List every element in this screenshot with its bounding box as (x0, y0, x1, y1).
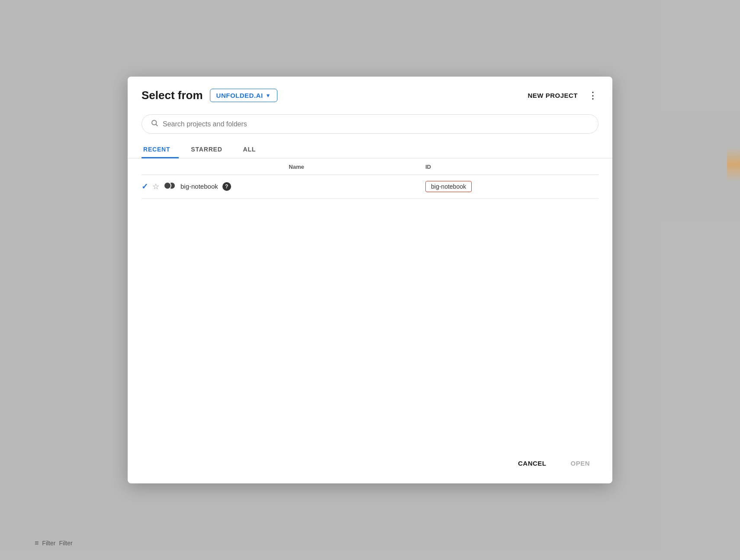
source-dropdown-button[interactable]: UNFOLDED.AI ▼ (210, 89, 277, 102)
tab-all[interactable]: ALL (241, 141, 265, 158)
check-icon: ✓ (142, 182, 148, 191)
col-name-header: Name (142, 164, 425, 170)
new-project-button[interactable]: NEW PROJECT (528, 92, 578, 99)
filter-icon: ≡ (35, 539, 39, 547)
filter-text: Filter (42, 540, 55, 547)
project-name: big-notebook (180, 183, 218, 190)
search-section (128, 111, 612, 141)
tab-recent[interactable]: RECENT (142, 141, 179, 158)
source-dropdown-label: UNFOLDED.AI (216, 92, 263, 99)
row-name-area: big-notebook ? (176, 182, 425, 191)
row-actions: ✓ ☆ (142, 182, 176, 191)
more-options-button[interactable]: ⋮ (588, 91, 598, 100)
person-dot-1 (164, 182, 171, 190)
modal-title: Select from (142, 89, 203, 102)
background-app-hint: ≡ Filter Filter (35, 539, 73, 547)
star-icon[interactable]: ☆ (152, 182, 159, 191)
header-left: Select from UNFOLDED.AI ▼ (142, 89, 277, 102)
tab-starred[interactable]: STARRED (189, 141, 231, 158)
chart-decoration (727, 147, 740, 182)
project-id-badge: big-notebook (425, 181, 472, 192)
select-project-modal: Select from UNFOLDED.AI ▼ NEW PROJECT ⋮ … (128, 77, 612, 483)
open-button[interactable]: OPEN (562, 455, 598, 471)
filter-input-hint: Filter (59, 540, 72, 547)
cancel-button[interactable]: CANCEL (509, 455, 555, 471)
help-icon[interactable]: ? (222, 182, 231, 191)
search-bar (142, 114, 598, 134)
table-section: Name ID ✓ ☆ big-notebook ? big-notebook (128, 158, 612, 323)
modal-header: Select from UNFOLDED.AI ▼ NEW PROJECT ⋮ (128, 77, 612, 111)
search-icon (151, 119, 158, 129)
header-right: NEW PROJECT ⋮ (528, 91, 598, 100)
tabs-section: RECENT STARRED ALL (128, 141, 612, 158)
content-spacer (128, 322, 612, 447)
chevron-down-icon: ▼ (266, 93, 271, 99)
table-row[interactable]: ✓ ☆ big-notebook ? big-notebook (142, 175, 598, 199)
shared-icon (164, 182, 177, 191)
modal-footer: CANCEL OPEN (128, 447, 612, 483)
col-id-header: ID (425, 164, 598, 170)
table-header: Name ID (142, 158, 598, 175)
svg-line-1 (156, 124, 157, 126)
search-input[interactable] (163, 120, 589, 128)
row-id-area: big-notebook (425, 181, 598, 192)
